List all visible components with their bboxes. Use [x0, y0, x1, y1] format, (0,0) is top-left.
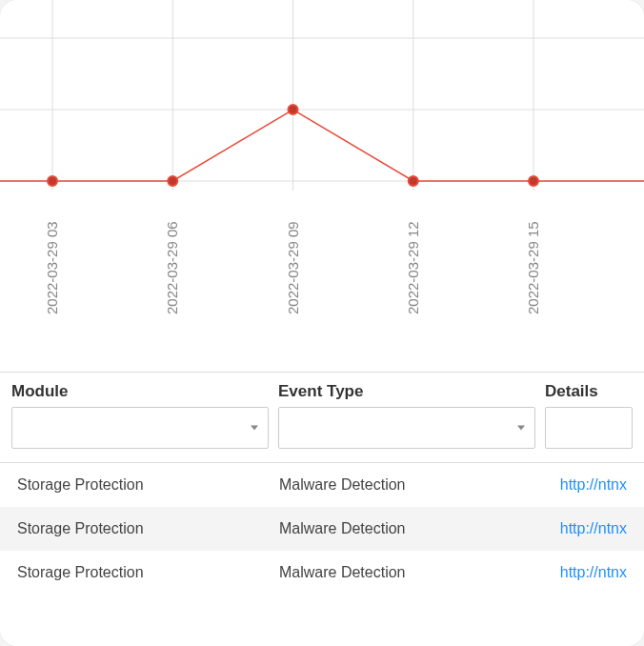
table-header-row: Module Event Type Details	[0, 373, 644, 463]
cell-module: Storage Protection	[17, 520, 279, 537]
event-type-filter-select[interactable]	[278, 407, 535, 449]
cell-details-link[interactable]: http://ntnx	[532, 520, 627, 537]
module-filter-select[interactable]	[11, 407, 269, 449]
cell-event-type: Malware Detection	[279, 564, 532, 581]
cell-module: Storage Protection	[17, 564, 279, 581]
table-row[interactable]: Storage ProtectionMalware Detectionhttp:…	[0, 507, 644, 551]
table-row[interactable]: Storage ProtectionMalware Detectionhttp:…	[0, 551, 644, 595]
chevron-down-icon	[251, 426, 258, 431]
chart-x-tick-label: 2022-03-29 15	[525, 221, 541, 314]
column-header-event-type: Event Type	[278, 382, 535, 401]
cell-details-link[interactable]: http://ntnx	[532, 564, 627, 581]
chart-x-tick-label: 2022-03-29 12	[405, 221, 421, 314]
cell-event-type: Malware Detection	[279, 520, 532, 537]
chart-x-tick-label: 2022-03-29 09	[285, 221, 301, 314]
table-body: Storage ProtectionMalware Detectionhttp:…	[0, 463, 644, 595]
chart-x-tick-label: 2022-03-29 06	[164, 221, 180, 314]
event-timeline-chart: 2022-03-29 032022-03-29 062022-03-29 092…	[0, 0, 644, 372]
events-table: Module Event Type Details Stor	[0, 372, 644, 595]
column-header-details: Details	[545, 382, 633, 401]
chart-point[interactable]	[48, 176, 57, 186]
chart-x-tick-label: 2022-03-29 03	[44, 221, 60, 314]
chart-point[interactable]	[168, 176, 177, 186]
chart-point[interactable]	[529, 176, 538, 186]
column-header-module: Module	[11, 382, 269, 401]
chart-point[interactable]	[409, 176, 418, 186]
table-row[interactable]: Storage ProtectionMalware Detectionhttp:…	[0, 463, 644, 507]
cell-details-link[interactable]: http://ntnx	[532, 476, 627, 494]
cell-event-type: Malware Detection	[279, 476, 532, 494]
chevron-down-icon	[517, 426, 525, 431]
dashboard-card: 2022-03-29 032022-03-29 062022-03-29 092…	[0, 0, 644, 646]
details-filter-input[interactable]	[545, 407, 633, 449]
chart-point[interactable]	[289, 105, 298, 114]
cell-module: Storage Protection	[17, 476, 279, 494]
